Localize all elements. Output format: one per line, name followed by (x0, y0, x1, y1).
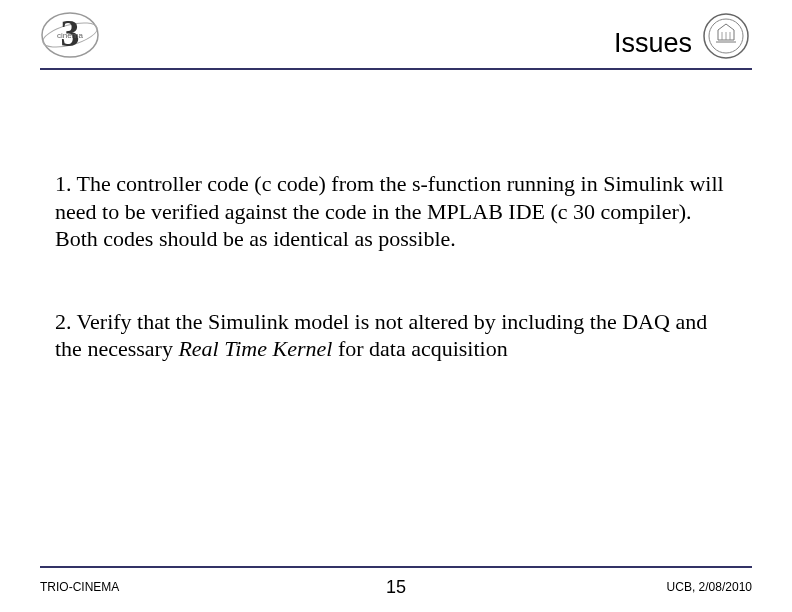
footer-divider (40, 566, 752, 568)
slide-footer: TRIO-CINEMA 15 UCB, 2/08/2010 (40, 580, 752, 594)
footer-project-name: TRIO-CINEMA (40, 580, 119, 594)
footer-location-date: UCB, 2/08/2010 (667, 580, 752, 594)
issue-2-text-suffix: for data acquisition (332, 336, 507, 361)
slide-number: 15 (386, 577, 406, 598)
university-seal-icon (702, 12, 750, 60)
slide-header: 3 cinema Issues (0, 0, 792, 70)
issue-item-2: 2. Verify that the Simulink model is not… (55, 308, 737, 363)
slide-content: 1. The controller code (c code) from the… (0, 170, 792, 363)
page-title: Issues (614, 28, 692, 59)
issue-2-emphasis: Real Time Kernel (178, 336, 332, 361)
header-divider (40, 68, 752, 70)
cinema-logo-icon: 3 cinema (40, 10, 100, 60)
svg-text:cinema: cinema (57, 31, 83, 40)
issue-item-1: 1. The controller code (c code) from the… (55, 170, 737, 253)
